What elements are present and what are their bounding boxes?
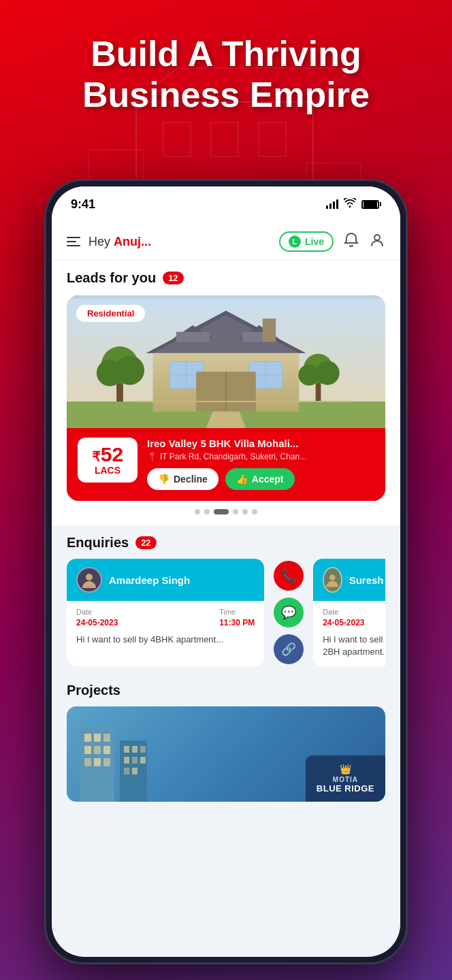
svg-rect-53: [84, 758, 91, 766]
share-button[interactable]: 🔗: [274, 634, 304, 664]
svg-rect-32: [263, 318, 276, 342]
svg-rect-51: [94, 746, 101, 754]
price-unit: LACS: [87, 465, 128, 476]
enquiry-meta-1: Date 24-05-2023 Time 11:30 PM: [76, 608, 255, 628]
signal-icon: [326, 199, 338, 209]
dot-6[interactable]: [252, 509, 257, 514]
hamburger-menu[interactable]: [67, 237, 80, 246]
svg-rect-49: [103, 734, 110, 742]
enquiry-card-1-body: Date 24-05-2023 Time 11:30 PM Hi I want …: [67, 601, 264, 654]
decline-button[interactable]: 👎 Decline: [147, 468, 219, 490]
enquiry-time-group-1: Time 11:30 PM: [219, 608, 255, 628]
phone-shell: 9:41: [46, 180, 406, 963]
accept-button[interactable]: 👍 Accept: [225, 468, 295, 490]
enquiry-message-1: Hi I want to sell by 4BHK apartment...: [76, 634, 255, 646]
bell-icon[interactable]: [343, 232, 359, 251]
price-display: ₹52: [87, 444, 128, 465]
svg-point-40: [316, 361, 340, 385]
leads-title: Leads for you: [67, 270, 156, 286]
lead-card: Residential ₹52 LACS Ireo Valley 5 BHK V: [67, 295, 385, 501]
svg-point-13: [374, 235, 380, 240]
lead-address: 📍 IT Park Rd, Chandigarh, Suketri, Chan.…: [147, 452, 374, 461]
svg-point-36: [115, 356, 144, 385]
enquiry-card-2-header: Suresh Kumar: [313, 559, 385, 601]
svg-rect-61: [132, 757, 138, 764]
project-brand-overlay: 👑 MOTIA BLUE RIDGE: [306, 755, 385, 802]
price-amount: 52: [101, 443, 123, 466]
svg-point-44: [329, 574, 336, 581]
enquiry-cards-row: Amardeep Singh Date 24-05-2023 Time: [67, 559, 385, 666]
status-icons: [326, 198, 381, 210]
enquiry-name-1: Amardeep Singh: [109, 574, 190, 586]
svg-rect-58: [132, 746, 138, 753]
hero-section: Build A Thriving Business Empire: [0, 34, 452, 116]
lead-action-buttons: 👎 Decline 👍 Accept: [147, 468, 374, 490]
svg-marker-41: [206, 412, 246, 428]
hero-title: Build A Thriving Business Empire: [27, 34, 425, 116]
status-time: 9:41: [71, 197, 95, 212]
dot-2[interactable]: [204, 509, 210, 514]
svg-rect-62: [140, 757, 146, 764]
enquiry-card-1-header: Amardeep Singh: [67, 559, 264, 601]
enquiry-card-1: Amardeep Singh Date 24-05-2023 Time: [67, 559, 264, 666]
leads-title-row: Leads for you 12: [67, 270, 385, 286]
enquiry-date-group-1: Date 24-05-2023: [76, 608, 118, 628]
live-label: Live: [305, 236, 324, 247]
live-badge[interactable]: L Live: [279, 231, 334, 252]
svg-rect-2: [211, 122, 238, 157]
status-bar: 9:41: [52, 186, 400, 222]
decline-icon: 👎: [158, 474, 170, 485]
leads-badge: 12: [163, 272, 183, 284]
enquiries-title: Enquiries: [67, 535, 129, 551]
svg-rect-21: [176, 332, 210, 342]
enquiry-avatar-2: [323, 567, 342, 593]
location-icon: 📍: [147, 452, 157, 461]
header-left: Hey Anuj...: [67, 235, 151, 249]
svg-rect-57: [124, 746, 129, 753]
project-card[interactable]: 👑 MOTIA BLUE RIDGE: [67, 706, 385, 802]
svg-rect-50: [84, 746, 91, 754]
svg-point-43: [86, 574, 93, 581]
enquiry-name-2: Suresh Kumar: [349, 574, 385, 586]
lead-card-image: Residential: [67, 295, 385, 428]
residential-tag: Residential: [76, 305, 145, 322]
app-header: Hey Anuj... L Live: [52, 222, 400, 261]
time-label-1: Time: [219, 608, 255, 616]
svg-rect-55: [103, 758, 110, 766]
dot-3-active[interactable]: [214, 509, 229, 514]
time-value-1: 11:30 PM: [219, 618, 255, 627]
project-building-icon: [74, 706, 182, 802]
enquiries-section: Enquiries 22 Amardee: [52, 525, 400, 673]
dot-1[interactable]: [195, 509, 200, 514]
date-value-2: 24-05-2023: [323, 618, 364, 627]
enquiry-card-2-body: Date 24-05-2023 Hi I want to sell by 2BH…: [313, 601, 385, 666]
svg-rect-48: [94, 734, 101, 742]
enquiry-message-2: Hi I want to sell by 2BH apartment...: [323, 634, 385, 658]
lead-info: Ireo Valley 5 BHK Villa Mohali... 📍 IT P…: [147, 438, 374, 490]
price-symbol: ₹: [92, 449, 101, 464]
project-crown-icon: 👑: [317, 764, 374, 774]
price-box: ₹52 LACS: [78, 438, 138, 483]
dot-5[interactable]: [242, 509, 248, 514]
enquiry-avatar-1: [76, 567, 102, 593]
date-label-1: Date: [76, 608, 118, 616]
date-value-1: 24-05-2023: [76, 618, 118, 627]
whatsapp-button[interactable]: 💬: [274, 598, 304, 627]
projects-title: Projects: [67, 683, 120, 698]
enquiries-badge: 22: [135, 536, 156, 549]
lead-card-bottom: ₹52 LACS Ireo Valley 5 BHK Villa Mohali.…: [67, 428, 385, 501]
header-right: L Live: [279, 231, 385, 252]
svg-rect-3: [259, 122, 286, 157]
user-icon[interactable]: [369, 232, 385, 251]
enquiry-meta-2: Date 24-05-2023: [323, 608, 385, 628]
projects-section: Projects: [52, 673, 400, 808]
svg-rect-60: [124, 757, 129, 764]
carousel-dots: [67, 501, 385, 519]
leads-section: Leads for you 12: [52, 261, 400, 525]
svg-rect-1: [163, 122, 191, 157]
battery-icon: [361, 200, 381, 209]
dot-4[interactable]: [233, 509, 238, 514]
project-name: BLUE RIDGE: [317, 783, 374, 794]
phone-wrapper: 9:41: [46, 180, 406, 963]
call-button[interactable]: 📞: [274, 561, 304, 591]
